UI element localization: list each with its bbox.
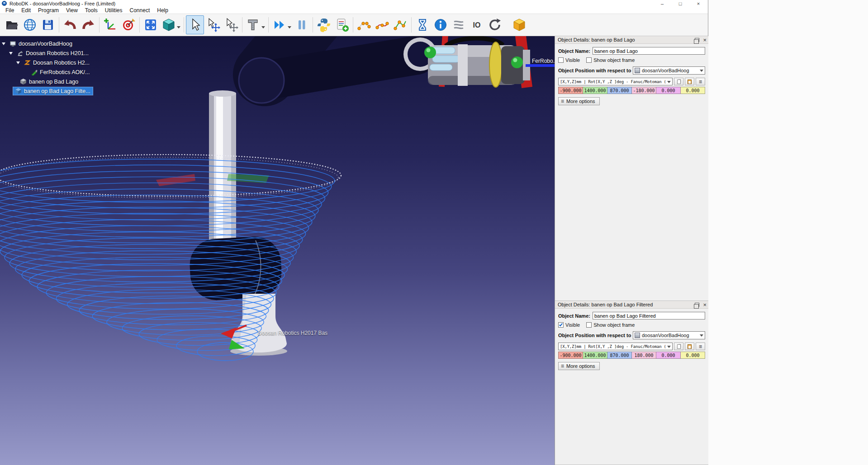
pose-ry-value[interactable]: 0.000 [656, 352, 681, 359]
viewport-3d[interactable]: FerRobo... Doosan Robotics H2017 Bas doo… [0, 36, 555, 465]
close-panel-icon[interactable]: × [703, 302, 707, 307]
move-reference-cursor-icon[interactable] [204, 15, 222, 34]
undo-icon[interactable] [61, 15, 79, 34]
pose-values-row: -900.000 1400.000 870.000 180.000 0.000 … [558, 352, 705, 359]
object-name-input[interactable] [593, 312, 705, 319]
follow-points-icon[interactable] [391, 15, 409, 34]
copy-pose-button[interactable] [674, 78, 683, 85]
pose-x-value[interactable]: -900.000 [558, 87, 583, 94]
follow-curve-icon[interactable] [373, 15, 391, 34]
update-refresh-icon[interactable] [486, 15, 504, 34]
panel-header[interactable]: Object Details: banen op Bad Lago Filter… [555, 301, 708, 309]
show-frame-checkbox[interactable]: Show object frame [586, 57, 635, 63]
show-info-icon[interactable] [432, 15, 450, 34]
pose-z-value[interactable]: 870.000 [607, 352, 632, 359]
maximize-button[interactable]: □ [674, 0, 686, 7]
pose-menu-button[interactable]: ≡ [696, 343, 705, 350]
collapse-icon[interactable] [2, 42, 5, 47]
isometric-view-icon[interactable] [160, 15, 178, 34]
measure-dropdown-icon[interactable] [261, 26, 265, 30]
pose-rx-value[interactable]: -180.000 [632, 87, 656, 94]
station-tree: doosanVoorBadHoog Doosan Robotics H201..… [0, 39, 93, 96]
minimize-button[interactable]: – [656, 0, 668, 7]
add-target-icon[interactable] [119, 15, 138, 34]
pose-ry-value[interactable]: 0.000 [656, 87, 681, 94]
menu-bar: File Edit Program View Tools Utilities C… [0, 7, 708, 14]
close-panel-icon[interactable]: × [703, 38, 707, 42]
run-dropdown-icon[interactable] [288, 26, 291, 30]
paste-pose-button[interactable] [685, 343, 694, 350]
pose-y-value[interactable]: 1400.000 [583, 87, 607, 94]
run-fast-icon[interactable] [270, 15, 289, 34]
object-name-input[interactable] [593, 47, 705, 55]
frame-x-axis [156, 174, 195, 186]
export-package-icon[interactable] [510, 15, 528, 34]
pose-x-value[interactable]: -900.000 [558, 352, 583, 359]
tree-item-mechanism[interactable]: Doosan Robotics H2... [0, 58, 93, 67]
tree-item-object[interactable]: banen op Bad Lago [0, 77, 93, 86]
copy-pose-button[interactable] [674, 343, 683, 350]
add-reference-frame-icon[interactable] [101, 15, 119, 34]
view-dropdown-icon[interactable] [177, 26, 180, 30]
title-bar[interactable]: RoboDK - doosanVoorBadHoog - Free (Limit… [0, 0, 708, 7]
pose-format-select[interactable]: [X,Y,Z]mm | Rot[X,Y ,Z ]deg - Fanuc/Moto… [558, 343, 673, 350]
pose-format-select[interactable]: [X,Y,Z]mm | Rot[X,Y ,Z ]deg - Fanuc/Moto… [558, 78, 673, 85]
close-button[interactable]: × [693, 0, 704, 7]
pause-icon[interactable] [293, 15, 311, 34]
select-cursor-icon[interactable] [186, 15, 204, 34]
visible-checkbox[interactable]: Visible [558, 57, 580, 63]
check-collisions-icon[interactable] [413, 15, 432, 34]
panel-title: Object Details: banen op Bad Lago [558, 37, 695, 42]
move-tool-cursor-icon[interactable] [222, 15, 240, 34]
io-status-icon[interactable]: IO [468, 15, 486, 34]
menu-item-file[interactable]: File [2, 7, 18, 14]
reference-frame-select[interactable]: doosanVoorBadHoog [633, 331, 705, 339]
tree-item-robot[interactable]: Doosan Robotics H201... [0, 48, 93, 58]
selected-tree-item[interactable]: banen op Bad Lago Filte... [13, 87, 93, 95]
collapse-icon[interactable] [9, 52, 13, 56]
fit-view-icon[interactable] [142, 15, 160, 34]
robot-arm[interactable] [189, 36, 437, 356]
more-options-button[interactable]: ≡More options [558, 362, 600, 370]
visible-checkbox[interactable]: Visible [558, 322, 580, 328]
tree-item-station[interactable]: doosanVoorBadHoog [0, 39, 93, 48]
menu-item-view[interactable]: View [62, 7, 81, 14]
project-curve-icon[interactable] [355, 15, 373, 34]
menu-item-tools[interactable]: Tools [81, 7, 101, 14]
save-station-icon[interactable] [39, 15, 57, 34]
more-options-button[interactable]: ≡More options [558, 97, 600, 105]
pose-z-value[interactable]: 870.000 [607, 87, 632, 94]
menu-item-program[interactable]: Program [34, 7, 62, 14]
object-name-label: Object Name: [558, 313, 590, 319]
open-online-library-icon[interactable] [21, 15, 39, 34]
pose-y-value[interactable]: 1400.000 [583, 352, 607, 359]
menu-item-help[interactable]: Help [153, 7, 172, 14]
pose-menu-button[interactable]: ≡ [696, 78, 705, 85]
chevron-down-icon [700, 334, 703, 338]
redo-icon[interactable] [79, 15, 97, 34]
pose-rz-value[interactable]: 0.000 [681, 352, 705, 359]
pose-rx-value[interactable]: 180.000 [632, 352, 656, 359]
chevron-down-icon [700, 70, 703, 74]
python-script-icon[interactable] [315, 15, 333, 34]
show-frame-checkbox[interactable]: Show object frame [586, 322, 635, 328]
tree-item-object-filtered[interactable]: banen op Bad Lago Filte... [0, 86, 93, 96]
collapse-icon[interactable] [16, 61, 20, 66]
paste-pose-button[interactable] [685, 78, 694, 85]
pose-rz-value[interactable]: 0.000 [681, 87, 705, 94]
float-panel-icon[interactable] [695, 303, 699, 307]
chevron-down-icon [667, 81, 671, 85]
add-program-icon[interactable] [333, 15, 351, 34]
menu-item-edit[interactable]: Edit [18, 7, 34, 14]
load-file-icon[interactable] [3, 15, 21, 34]
tree-item-tool[interactable]: FerRobotics AOK/... [0, 67, 93, 77]
panel-header[interactable]: Object Details: banen op Bad Lago × [555, 36, 708, 44]
paste-icon [688, 344, 692, 349]
menu-item-utilities[interactable]: Utilities [101, 7, 126, 14]
measure-tool-icon[interactable] [244, 15, 262, 34]
desktop-background [709, 0, 868, 465]
station-sequence-icon[interactable] [450, 15, 468, 34]
float-panel-icon[interactable] [695, 38, 699, 42]
menu-item-connect[interactable]: Connect [126, 7, 154, 14]
reference-frame-select[interactable]: doosanVoorBadHoog [633, 66, 705, 75]
